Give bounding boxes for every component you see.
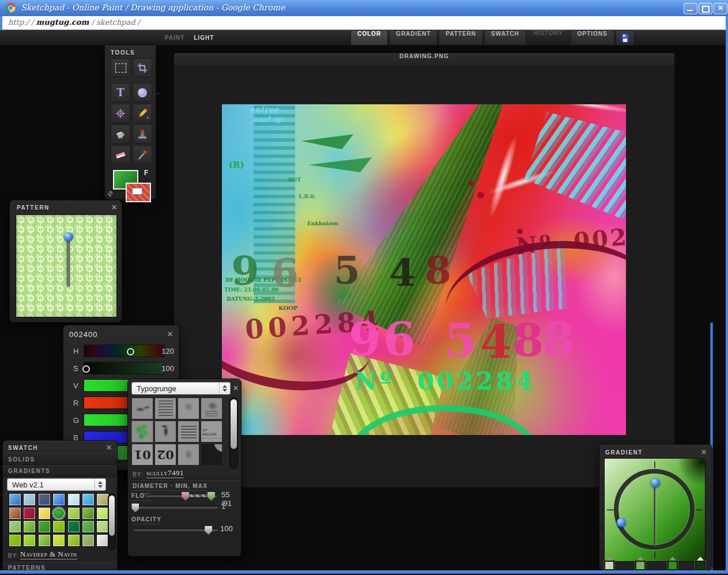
url-bar[interactable]: http:/ / mugtug.com / sketchpad / [0, 16, 728, 30]
tab-history[interactable]: HISTORY [527, 30, 569, 46]
brush-thumb-1[interactable] [131, 398, 153, 419]
swatch-2[interactable] [24, 494, 35, 505]
save-button[interactable] [616, 30, 635, 46]
minimize-button[interactable] [684, 3, 697, 14]
text-tool[interactable]: T [111, 83, 130, 102]
gradient-stop-3[interactable] [667, 561, 678, 570]
swatch-6[interactable] [82, 494, 94, 505]
tab-swatch[interactable]: SWATCH [484, 30, 526, 46]
swatch-scrollbar-thumb[interactable] [109, 495, 115, 536]
crop-tool[interactable] [133, 58, 152, 77]
close-button[interactable]: ✕ [714, 3, 727, 14]
swatch-14[interactable] [97, 508, 108, 519]
brush-thumb-3[interactable] [178, 398, 199, 419]
mode-tab-paint[interactable]: PAINT [165, 35, 184, 41]
marquee-select-tool[interactable] [111, 58, 130, 77]
swap-colors-icon[interactable]: ⇄ [105, 188, 115, 198]
brush-thumb-8[interactable]: Nº 002284 [201, 421, 222, 442]
brush-author-link[interactable]: scully7491 [146, 468, 184, 478]
slider-knob[interactable] [127, 348, 134, 355]
swatch-18[interactable] [53, 521, 65, 532]
section-gradients[interactable]: GRADIENTS [3, 465, 117, 476]
brush-thumb-6[interactable] [154, 421, 176, 442]
brush-thumb-10[interactable]: 02 [154, 444, 176, 466]
maximize-button[interactable] [699, 3, 712, 14]
brush-set-dropdown[interactable]: Typogrunge [131, 382, 231, 395]
swatch-27[interactable] [82, 535, 94, 546]
close-icon[interactable] [700, 448, 708, 456]
opacity-slider[interactable] [133, 528, 219, 532]
brush-scrollbar-thumb[interactable] [231, 399, 237, 449]
swatch-19[interactable] [68, 521, 80, 532]
section-solids[interactable]: SOLIDS [3, 453, 117, 465]
swatch-scrollbar[interactable] [108, 494, 116, 550]
gradient-stop-2[interactable] [635, 561, 646, 570]
tab-color[interactable]: COLOR [350, 30, 388, 46]
color-slider-h[interactable] [84, 345, 164, 357]
swatch-11[interactable] [53, 508, 65, 519]
drawing-canvas[interactable]: entreezaal op(R)L.R.&RGTEnkhuizenDE HOOG… [222, 104, 626, 435]
tab-pattern[interactable]: PATTERN [439, 30, 483, 46]
swatch-set-dropdown[interactable]: Web v2.1 [7, 478, 106, 491]
swatch-12[interactable] [68, 508, 80, 519]
swatch-9[interactable] [24, 508, 35, 519]
swatch-23[interactable] [24, 535, 35, 546]
swatch-21[interactable] [97, 521, 108, 532]
brush-thumb-11[interactable] [178, 444, 199, 466]
brush-thumb-2[interactable] [154, 398, 176, 419]
swatch-25[interactable] [53, 535, 65, 546]
brush-thumb-7[interactable] [178, 421, 199, 442]
opacity-handle[interactable] [205, 526, 212, 535]
swatch-26[interactable] [68, 535, 80, 546]
pattern-preview[interactable] [16, 214, 117, 317]
stamp-tool[interactable] [133, 124, 152, 143]
swatch-3[interactable] [39, 494, 50, 505]
brush-scrollbar[interactable] [229, 398, 238, 469]
swatch-author-link[interactable]: Navdeep & Navin [20, 550, 77, 559]
eyedropper-tool[interactable] [133, 145, 152, 164]
swatch-10[interactable] [39, 508, 50, 519]
diameter-max-handle[interactable] [208, 492, 215, 501]
flow-handle[interactable] [131, 504, 139, 512]
close-icon[interactable] [110, 203, 118, 211]
close-icon[interactable] [105, 444, 113, 452]
swatch-22[interactable] [9, 535, 21, 546]
swatch-4[interactable] [53, 494, 65, 505]
swatch-5[interactable] [68, 494, 80, 505]
gradient-stop-1[interactable] [604, 561, 614, 570]
slider-knob[interactable] [82, 365, 90, 373]
brush-thumb-12[interactable] [201, 444, 222, 466]
pattern-slider-knob[interactable] [64, 232, 73, 241]
eraser-tool[interactable] [111, 145, 130, 164]
swatch-17[interactable] [39, 521, 50, 532]
swatch-7[interactable] [97, 494, 108, 505]
diameter-slider[interactable] [145, 494, 218, 498]
swatch-1[interactable] [9, 494, 21, 505]
close-icon[interactable] [166, 330, 174, 338]
gradient-knob-center[interactable] [651, 478, 660, 487]
pencil-tool[interactable]: + [133, 104, 152, 123]
close-icon[interactable] [232, 384, 240, 392]
color-slider-s[interactable] [84, 362, 164, 374]
kaleidoscope-tool[interactable] [111, 104, 130, 123]
tab-options[interactable]: OPTIONS [571, 30, 614, 46]
fill-bucket-tool[interactable] [111, 124, 130, 143]
swatch-28[interactable] [97, 535, 108, 546]
background-color-chip[interactable] [126, 183, 151, 202]
swatch-16[interactable] [24, 521, 35, 532]
swatch-24[interactable] [39, 535, 50, 546]
brush-thumb-4[interactable] [201, 398, 222, 419]
swatch-20[interactable] [82, 521, 94, 532]
flow-slider[interactable] [133, 505, 219, 509]
brush-thumb-5[interactable] [131, 421, 153, 442]
tab-gradient[interactable]: GRADIENT [389, 30, 437, 46]
gradient-knob-ring[interactable] [617, 518, 626, 527]
brush-thumb-9[interactable]: 01 [131, 444, 153, 466]
swatch-8[interactable] [9, 508, 21, 519]
browser-title-bar[interactable]: Sketchpad - Online Paint / Drawing appli… [0, 0, 728, 17]
shape-tool[interactable] [133, 83, 152, 102]
swatch-13[interactable] [82, 508, 94, 519]
diameter-min-handle[interactable] [182, 492, 189, 501]
gradient-stop-4[interactable] [695, 561, 706, 570]
mode-tab-light[interactable]: LIGHT [194, 35, 214, 41]
